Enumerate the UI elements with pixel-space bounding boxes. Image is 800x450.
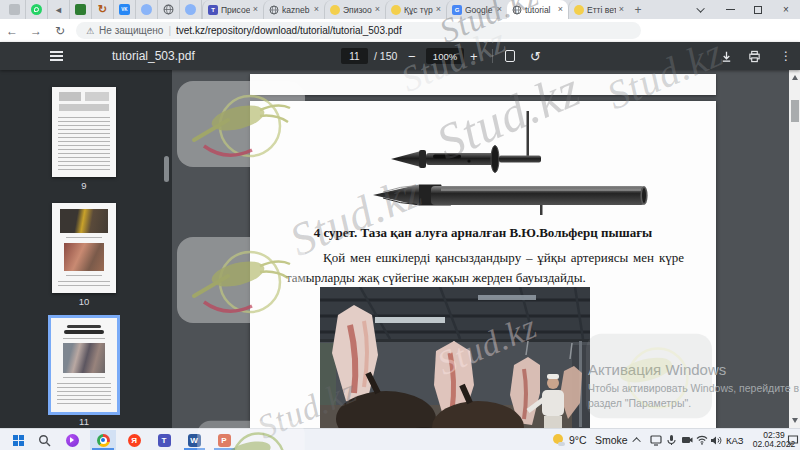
minimize-button[interactable] <box>716 0 744 19</box>
taskbar-word-button[interactable]: W <box>182 429 206 450</box>
back-button[interactable]: ← <box>0 24 24 38</box>
green-app-icon <box>75 4 86 15</box>
pinned-tab-refresh[interactable]: ↻ <box>92 0 114 19</box>
scroll-up-icon[interactable] <box>792 75 798 80</box>
pinned-tab-site2[interactable] <box>180 0 202 19</box>
tab-tutorial-active[interactable]: tutorial × <box>507 0 568 19</box>
not-secure-icon[interactable]: ⚠ <box>86 26 94 36</box>
window-controls: × <box>688 0 800 19</box>
tab-label: kazneb <box>282 5 311 15</box>
tab-search-button[interactable] <box>688 0 716 19</box>
thumbnail-page-number: 10 <box>52 296 116 307</box>
download-button[interactable] <box>720 42 733 70</box>
sidebar-scrollbar-thumb[interactable] <box>164 156 169 182</box>
close-icon[interactable]: × <box>375 5 380 14</box>
moon-cloud-icon <box>553 434 565 446</box>
tab-label: Құс түр <box>404 5 433 15</box>
security-label: Не защищено <box>99 25 163 36</box>
page-number-input[interactable]: 11 <box>341 42 368 70</box>
close-icon[interactable]: × <box>497 5 502 14</box>
forward-button[interactable]: → <box>24 24 48 38</box>
tab-kazneb[interactable]: kazneb × <box>263 0 324 19</box>
taskbar-chrome-button[interactable] <box>90 429 116 450</box>
search-icon <box>38 434 51 447</box>
rotate-button[interactable]: ↺ <box>530 42 541 70</box>
notification-icon <box>787 434 799 446</box>
maximize-button[interactable] <box>744 0 772 19</box>
wolferts-knife-figure <box>345 109 665 215</box>
pinned-tab-whatsapp[interactable] <box>26 0 48 19</box>
close-icon[interactable]: × <box>619 5 624 14</box>
scroll-down-icon[interactable] <box>792 418 798 423</box>
windows-logo-icon <box>13 435 24 446</box>
tab-kus-tur[interactable]: Құс түр × <box>385 0 446 19</box>
app-icon <box>9 4 20 15</box>
minimize-icon <box>726 9 735 10</box>
taskbar-yandex-button[interactable]: Я <box>122 429 146 450</box>
taskbar-teams-button[interactable]: T <box>152 429 176 450</box>
print-button[interactable] <box>748 42 761 70</box>
address-bar: ← → ↻ ⚠ Не защищено | tvet.kz/repository… <box>0 19 800 42</box>
taskbar-alice-button[interactable] <box>60 429 84 450</box>
paragraph-line-2: тамырларды жақ сүйегіне жақын жерден бау… <box>286 268 684 288</box>
tab-google[interactable]: G Google × <box>446 0 507 19</box>
zoom-out-button[interactable]: − <box>408 42 416 70</box>
refresh-icon: ↻ <box>97 4 108 15</box>
close-window-button[interactable]: × <box>772 0 800 19</box>
pinned-tab-vk[interactable]: VK <box>114 0 136 19</box>
tray-display-item[interactable] <box>648 429 663 450</box>
omnibox[interactable]: ⚠ Не защищено | tvet.kz/repository/downl… <box>76 22 641 39</box>
pdf-menu-icon[interactable] <box>48 42 64 70</box>
tab-epizoo[interactable]: Эпизоо × <box>324 0 385 19</box>
pdf-more-menu-icon[interactable]: ⋮ <box>780 42 792 70</box>
whatsapp-icon <box>31 4 42 15</box>
scrollbar-thumb[interactable] <box>791 100 799 122</box>
tray-expand-button[interactable] <box>630 429 646 450</box>
keyboard-language[interactable]: КАЗ <box>726 429 744 450</box>
weather-temperature[interactable]: 9°C <box>569 429 587 450</box>
pinned-tab-globe[interactable] <box>158 0 180 19</box>
pinned-tab-green-app[interactable] <box>70 0 92 19</box>
taskbar-powerpoint-button[interactable]: P <box>212 429 236 450</box>
thumbnail-page-number: 11 <box>52 416 116 427</box>
chevron-up-icon <box>632 437 640 445</box>
close-icon[interactable]: × <box>314 5 319 14</box>
pdf-filename: tutorial_503.pdf <box>112 42 195 70</box>
page-total-label: / 150 <box>374 42 397 70</box>
pinned-tab-site1[interactable] <box>136 0 158 19</box>
playback-icon: ◄ <box>53 4 64 15</box>
reload-button[interactable]: ↻ <box>48 24 72 38</box>
thumbnail-page-11-selected[interactable] <box>51 318 117 412</box>
microphone-icon <box>666 434 677 446</box>
pinned-tab-app[interactable] <box>4 0 26 19</box>
tab-strip: ◄ ↻ VK T Присое × kazneb × Эпизоо × <box>0 0 800 19</box>
fit-page-button[interactable] <box>505 42 515 70</box>
tray-microphone-item[interactable] <box>664 429 678 450</box>
action-center-button[interactable] <box>786 429 800 450</box>
thumbnail-sidebar: 9 10 11 <box>0 70 172 428</box>
weather-widget[interactable] <box>551 429 567 450</box>
start-button[interactable] <box>8 429 28 450</box>
stud-favicon-icon <box>330 5 340 15</box>
tray-device-item[interactable] <box>679 429 694 450</box>
main-scrollbar[interactable] <box>789 70 800 428</box>
pdf-viewer: 4 сурет. Таза қан алуға арналған В.Ю.Вол… <box>172 70 800 428</box>
tray-wifi-item[interactable] <box>695 429 709 450</box>
toolbar-divider <box>492 42 493 70</box>
close-icon[interactable]: × <box>558 5 563 14</box>
tray-volume-item[interactable] <box>709 429 723 450</box>
taskbar-search-button[interactable] <box>34 429 54 450</box>
url-text[interactable]: tvet.kz/repository/download/tutorial/tut… <box>176 25 402 36</box>
thumbnail-page-9[interactable] <box>52 87 116 177</box>
close-icon[interactable]: × <box>253 5 258 14</box>
zoom-in-button[interactable]: + <box>470 42 478 70</box>
weather-description[interactable]: Smoke <box>595 429 628 450</box>
tab-label: Google <box>465 5 494 15</box>
tab-prisoe[interactable]: T Присое × <box>202 0 263 19</box>
zoom-level[interactable]: 100% <box>426 42 464 70</box>
pinned-tab-media[interactable]: ◄ <box>48 0 70 19</box>
close-icon[interactable]: × <box>436 5 441 14</box>
tab-etti-vet[interactable]: Етті вет × <box>568 0 629 19</box>
new-tab-button[interactable]: + <box>629 3 647 17</box>
thumbnail-page-10[interactable] <box>52 203 116 293</box>
